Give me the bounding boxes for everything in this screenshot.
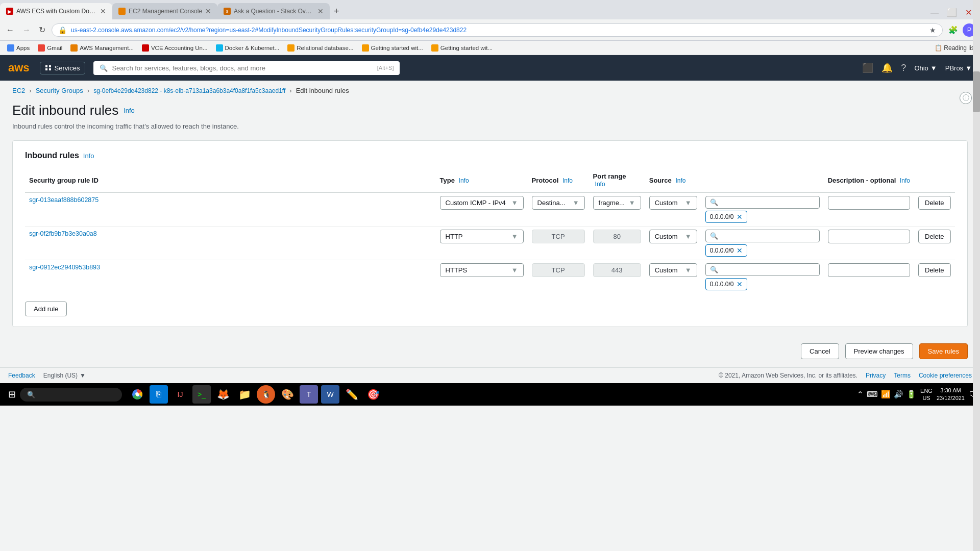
bookmark-getting-started-1[interactable]: Getting started wit... [359, 43, 426, 53]
maximize-button[interactable]: ⬜ [945, 6, 959, 19]
tab-close-1[interactable]: ✕ [100, 7, 106, 15]
bookmark-aws-management[interactable]: AWS Management... [67, 43, 137, 53]
scrollbar[interactable] [973, 0, 980, 406]
desc-info-link[interactable]: Info [900, 177, 910, 184]
card-info-link[interactable]: Info [83, 152, 94, 160]
extensions-button[interactable]: 🧩 [947, 24, 960, 36]
taskbar-app-terminal[interactable]: >_ [192, 385, 211, 404]
forward-button[interactable]: → [20, 23, 33, 37]
remove-source-tag-1[interactable]: ✕ [737, 213, 743, 221]
source-search-input-2[interactable] [721, 232, 815, 240]
delete-rule-3-button[interactable]: Delete [918, 263, 951, 277]
type-dropdown-3[interactable]: HTTPS ▼ [440, 263, 524, 277]
services-menu-button[interactable]: Services [40, 62, 86, 74]
taskbar-clock[interactable]: 3:30 AM 23/12/2021 [937, 387, 965, 403]
source-search-3[interactable]: 🔍 [705, 263, 820, 276]
taskbar-app-files[interactable]: 📁 [235, 385, 254, 404]
source-search-input-3[interactable] [721, 266, 815, 273]
region-selector[interactable]: Ohio ▼ [914, 64, 937, 72]
source-dropdown-3[interactable]: Custom ▼ [649, 263, 697, 277]
refresh-button[interactable]: ↻ [37, 23, 47, 37]
battery-icon[interactable]: 🔋 [906, 390, 916, 399]
taskbar-app-chrome[interactable] [128, 385, 146, 404]
page-info-link[interactable]: Info [124, 107, 135, 114]
tab-stackoverflow[interactable]: s Ask a Question - Stack Overflow ✕ [217, 3, 330, 19]
new-tab-button[interactable]: + [330, 3, 344, 19]
taskbar-search-input[interactable] [20, 388, 122, 402]
back-button[interactable]: ← [4, 23, 16, 37]
description-input-1[interactable] [828, 196, 910, 210]
taskbar-app-vscode[interactable]: ⎘ [150, 385, 168, 404]
cancel-button[interactable]: Cancel [801, 343, 839, 359]
minimize-button[interactable]: — [928, 6, 941, 19]
rule-id-2[interactable]: sgr-0f2fb9b7b3e30a0a8 [29, 230, 97, 237]
taskbar-app-teams[interactable]: T [300, 385, 318, 404]
terms-link[interactable]: Terms [894, 372, 911, 379]
source-search-input-1[interactable] [721, 198, 815, 206]
source-dropdown-1[interactable]: Custom ▼ [649, 196, 697, 210]
add-rule-button[interactable]: Add rule [25, 302, 67, 316]
bookmark-apps[interactable]: Apps [4, 43, 33, 53]
breadcrumb-sg-link[interactable]: sg-0efb4e29de423d822 - k8s-elb-a713a1a3a… [93, 87, 285, 94]
language-selector[interactable]: English (US) ▼ [43, 372, 86, 379]
taskbar-app-ubuntu[interactable]: 🐧 [257, 385, 275, 404]
taskbar-app-blender[interactable]: 🎨 [278, 385, 297, 404]
port-dropdown-1[interactable]: fragme... ▼ [593, 196, 641, 210]
delete-rule-1-button[interactable]: Delete [918, 196, 951, 210]
aws-search-bar[interactable]: 🔍 [Alt+S] [93, 61, 400, 75]
remove-source-tag-3[interactable]: ✕ [737, 280, 743, 288]
type-info-link[interactable]: Info [459, 177, 469, 184]
tab-close-2[interactable]: ✕ [205, 7, 211, 15]
close-button[interactable]: ✕ [963, 6, 974, 19]
volume-icon[interactable]: 🔊 [894, 390, 903, 399]
rule-id-1[interactable]: sgr-013eaaf888b602875 [29, 196, 99, 204]
wifi-icon[interactable]: 📶 [881, 390, 891, 399]
notification-bell-icon[interactable]: 🔔 [881, 62, 893, 73]
scrollbar-thumb[interactable] [973, 71, 980, 112]
type-dropdown-2[interactable]: HTTP ▼ [440, 230, 524, 243]
bookmark-vce[interactable]: VCE Accounting Un... [139, 43, 211, 53]
privacy-link[interactable]: Privacy [866, 372, 886, 379]
breadcrumb-security-groups[interactable]: Security Groups [36, 87, 83, 94]
remove-source-tag-2[interactable]: ✕ [737, 246, 743, 255]
source-dropdown-2[interactable]: Custom ▼ [649, 230, 697, 243]
bookmark-gmail[interactable]: Gmail [35, 43, 65, 53]
reading-list-button[interactable]: 📋 Reading list [935, 44, 976, 52]
bookmark-relational[interactable]: Relational database... [284, 43, 356, 53]
protocol-dropdown-1[interactable]: Destina... ▼ [532, 196, 585, 210]
tab-aws-ecs[interactable]: ▶ AWS ECS with Custom Domain - ✕ [0, 3, 112, 19]
tab-close-3[interactable]: ✕ [317, 7, 324, 15]
taskbar-app-word[interactable]: W [321, 385, 339, 404]
start-button[interactable]: ⊞ [4, 387, 20, 402]
port-info-link[interactable]: Info [595, 181, 605, 188]
taskbar-app-pen[interactable]: ✏️ [342, 385, 361, 404]
keyboard-icon[interactable]: ⌨ [867, 390, 878, 399]
save-rules-button[interactable]: Save rules [919, 343, 968, 359]
source-search-1[interactable]: 🔍 [705, 196, 820, 209]
taskbar-chevron-up-icon[interactable]: ⌃ [857, 390, 864, 399]
cloud-shell-icon[interactable]: ⬛ [862, 62, 873, 73]
description-input-2[interactable] [828, 230, 910, 243]
user-menu[interactable]: PBros ▼ [945, 64, 972, 72]
feedback-link[interactable]: Feedback [8, 372, 35, 379]
rule-id-3[interactable]: sgr-0912ec2940953b893 [29, 264, 100, 271]
cookie-preferences-link[interactable]: Cookie preferences [919, 372, 972, 379]
breadcrumb-ec2[interactable]: EC2 [12, 87, 25, 94]
url-bar[interactable]: 🔒 us-east-2.console.aws.amazon.com/ec2/v… [52, 23, 943, 37]
bookmark-getting-started-2[interactable]: Getting started wit... [428, 43, 496, 53]
taskbar-app-firefox[interactable]: 🦊 [214, 385, 232, 404]
protocol-info-link[interactable]: Info [562, 177, 573, 184]
bookmark-docker[interactable]: Docker & Kubernet... [213, 43, 283, 53]
side-info-icon[interactable]: ⓘ [960, 92, 972, 104]
source-info-link[interactable]: Info [675, 177, 685, 184]
aws-search-input[interactable] [112, 64, 373, 72]
tab-ec2-console[interactable]: EC2 Management Console ✕ [112, 3, 217, 19]
delete-rule-2-button[interactable]: Delete [918, 230, 951, 243]
taskbar-app-figma[interactable]: 🎯 [364, 385, 382, 404]
preview-changes-button[interactable]: Preview changes [845, 343, 913, 359]
help-icon[interactable]: ? [901, 63, 906, 73]
description-input-3[interactable] [828, 263, 910, 277]
source-search-2[interactable]: 🔍 [705, 230, 820, 242]
type-dropdown-1[interactable]: Custom ICMP - IPv4 ▼ [440, 196, 524, 210]
taskbar-app-intellij[interactable]: IJ [171, 385, 189, 404]
